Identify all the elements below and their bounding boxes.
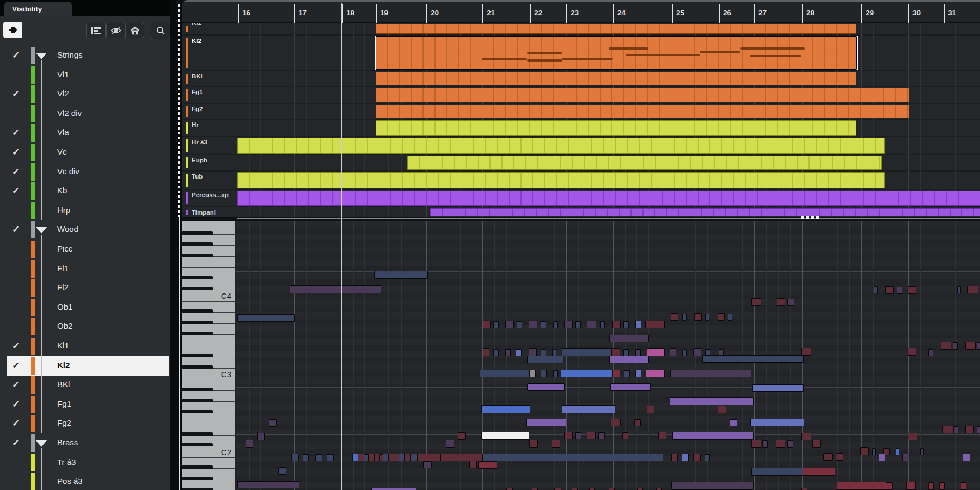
visibility-row-strings[interactable]: ✓Strings bbox=[0, 46, 170, 65]
folder-expand-icon[interactable] bbox=[36, 440, 47, 447]
midi-note[interactable] bbox=[656, 488, 662, 490]
midi-note[interactable] bbox=[751, 468, 804, 476]
midi-note[interactable] bbox=[526, 419, 566, 426]
visibility-row-vc-div[interactable]: ✓Vc div bbox=[0, 162, 170, 182]
midi-note[interactable] bbox=[541, 370, 547, 377]
visibility-row-picc[interactable]: Picc bbox=[0, 240, 170, 259]
timeline-ruler[interactable]: 16171819202122232425262728293031 bbox=[182, 2, 980, 23]
midi-note[interactable] bbox=[879, 454, 885, 461]
midi-note[interactable] bbox=[610, 383, 651, 391]
midi-note[interactable] bbox=[481, 432, 529, 440]
visibility-row-fg1[interactable]: ✓Fg1 bbox=[0, 395, 170, 414]
midi-note[interactable] bbox=[671, 313, 678, 321]
midi-note[interactable] bbox=[440, 454, 483, 461]
midi-note[interactable] bbox=[481, 405, 530, 413]
home-icon[interactable] bbox=[125, 23, 144, 38]
midi-note[interactable] bbox=[965, 426, 974, 433]
midi-note[interactable] bbox=[645, 321, 665, 328]
midi-note[interactable] bbox=[587, 432, 596, 439]
midi-note[interactable] bbox=[598, 432, 605, 439]
note-grid[interactable] bbox=[236, 220, 980, 490]
midi-note[interactable] bbox=[564, 432, 573, 439]
visibility-row-vc[interactable]: ✓Vc bbox=[0, 143, 170, 162]
midi-note[interactable] bbox=[493, 349, 499, 356]
midi-note[interactable] bbox=[530, 370, 536, 377]
midi-note[interactable] bbox=[237, 314, 295, 322]
midi-note[interactable] bbox=[705, 454, 710, 461]
midi-note[interactable] bbox=[529, 348, 537, 356]
overview-lane-kl1[interactable]: Kl1 bbox=[182, 23, 980, 34]
visibility-row-fl1[interactable]: Fl1 bbox=[0, 259, 170, 279]
midi-note[interactable] bbox=[939, 482, 945, 490]
midi-note[interactable] bbox=[977, 426, 980, 433]
track-visible-checkmark[interactable]: ✓ bbox=[9, 185, 22, 197]
piano-keyboard[interactable]: C4C3C2 bbox=[182, 220, 235, 490]
overview-lane-fg1[interactable]: Fg1 bbox=[182, 87, 980, 103]
midi-note[interactable] bbox=[942, 426, 954, 433]
midi-note[interactable] bbox=[554, 488, 561, 490]
midi-note[interactable] bbox=[623, 321, 629, 328]
midi-note[interactable] bbox=[902, 454, 909, 461]
midi-note[interactable] bbox=[963, 454, 970, 461]
midi-note[interactable] bbox=[315, 454, 322, 461]
visibility-row-fl2[interactable]: Fl2 bbox=[0, 278, 170, 298]
midi-note[interactable] bbox=[896, 448, 899, 455]
track-visible-checkmark[interactable]: ✓ bbox=[9, 88, 22, 100]
clip-timpani[interactable] bbox=[430, 208, 980, 216]
overview-lane-euph[interactable]: Euph bbox=[182, 155, 980, 170]
piano-key-white-F4[interactable] bbox=[182, 257, 235, 268]
midi-note[interactable] bbox=[906, 482, 916, 490]
midi-note[interactable] bbox=[246, 440, 253, 448]
midi-note[interactable] bbox=[776, 440, 785, 448]
midi-note[interactable] bbox=[552, 440, 560, 448]
midi-note[interactable] bbox=[718, 313, 725, 321]
midi-note[interactable] bbox=[562, 405, 615, 413]
midi-note[interactable] bbox=[672, 432, 754, 440]
midi-note[interactable] bbox=[575, 432, 581, 439]
midi-note[interactable] bbox=[928, 349, 933, 356]
clip-bkl[interactable] bbox=[376, 72, 856, 85]
midi-note[interactable] bbox=[532, 488, 538, 490]
midi-note[interactable] bbox=[506, 488, 513, 490]
midi-note[interactable] bbox=[965, 342, 976, 350]
midi-note[interactable] bbox=[541, 321, 546, 328]
midi-note[interactable] bbox=[777, 298, 785, 306]
midi-note[interactable] bbox=[505, 349, 511, 356]
midi-note[interactable] bbox=[953, 342, 958, 350]
search-icon[interactable] bbox=[151, 22, 170, 39]
midi-note[interactable] bbox=[527, 383, 565, 391]
midi-note[interactable] bbox=[611, 419, 621, 426]
track-visible-checkmark[interactable]: ✓ bbox=[9, 379, 22, 390]
visibility-row-vl2-div[interactable]: Vl2 div bbox=[0, 104, 170, 124]
midi-note[interactable] bbox=[920, 448, 924, 455]
piano-key-white-C4[interactable]: C4 bbox=[182, 290, 235, 302]
midi-note[interactable] bbox=[609, 335, 649, 342]
panel-resize-handle[interactable] bbox=[178, 4, 180, 217]
midi-note[interactable] bbox=[612, 370, 620, 377]
midi-note[interactable] bbox=[637, 488, 643, 490]
midi-note[interactable] bbox=[750, 419, 804, 426]
midi-note[interactable] bbox=[957, 286, 961, 293]
midi-note[interactable] bbox=[269, 419, 277, 427]
midi-note[interactable] bbox=[694, 313, 702, 321]
midi-note[interactable] bbox=[295, 481, 299, 488]
midi-note[interactable] bbox=[483, 348, 489, 356]
midi-note[interactable] bbox=[646, 370, 665, 377]
midi-note[interactable] bbox=[670, 370, 751, 377]
midi-note[interactable] bbox=[622, 432, 628, 439]
midi-note[interactable] bbox=[928, 482, 934, 490]
midi-note[interactable] bbox=[612, 321, 621, 328]
pin-icon[interactable] bbox=[3, 22, 22, 38]
midi-note[interactable] bbox=[670, 397, 754, 405]
midi-note[interactable] bbox=[702, 355, 804, 363]
midi-note[interactable] bbox=[237, 481, 296, 488]
midi-note[interactable] bbox=[278, 467, 286, 475]
midi-note[interactable] bbox=[493, 321, 499, 328]
track-visible-checkmark[interactable]: ✓ bbox=[9, 418, 22, 429]
track-sort-icon[interactable] bbox=[86, 23, 106, 38]
midi-note[interactable] bbox=[553, 321, 558, 328]
midi-note[interactable] bbox=[374, 271, 428, 279]
midi-note[interactable] bbox=[837, 482, 887, 490]
clip-tub[interactable] bbox=[237, 172, 885, 188]
overview-lane-kl2[interactable]: Kl2 bbox=[182, 36, 980, 70]
